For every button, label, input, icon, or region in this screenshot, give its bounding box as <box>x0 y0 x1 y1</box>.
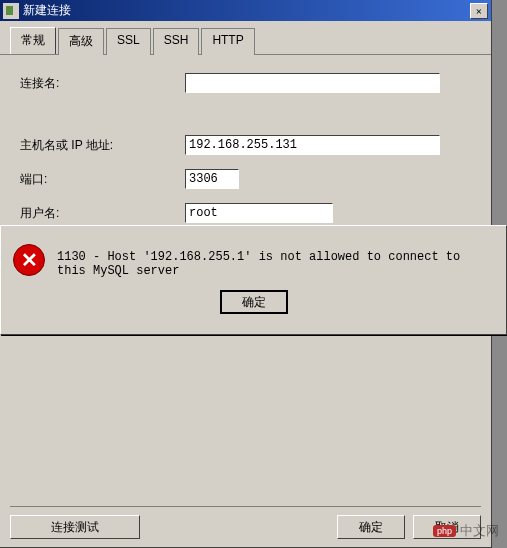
tab-advanced[interactable]: 高级 <box>58 28 104 55</box>
host-label: 主机名或 IP 地址: <box>20 137 185 154</box>
tab-ssl[interactable]: SSL <box>106 28 151 55</box>
tab-ssh[interactable]: SSH <box>153 28 200 55</box>
error-ok-button[interactable]: 确定 <box>220 290 288 314</box>
error-dialog: ✕ 1130 - Host '192.168.255.1' is not all… <box>0 225 507 335</box>
port-label: 端口: <box>20 171 185 188</box>
test-connection-button[interactable]: 连接测试 <box>10 515 140 539</box>
tabs-container: 常规 高级 SSL SSH HTTP <box>0 21 491 55</box>
x-icon: ✕ <box>21 250 38 270</box>
close-button[interactable]: × <box>470 3 488 19</box>
user-label: 用户名: <box>20 205 185 222</box>
tab-general[interactable]: 常规 <box>10 27 56 54</box>
window-title: 新建连接 <box>23 2 470 19</box>
cancel-button[interactable]: 取消 <box>413 515 481 539</box>
connection-name-input[interactable] <box>185 73 440 93</box>
title-bar: 新建连接 × <box>0 0 491 21</box>
host-input[interactable] <box>185 135 440 155</box>
bottom-action-bar: 连接测试 确定 取消 <box>10 506 481 539</box>
app-icon <box>3 3 19 19</box>
ok-button[interactable]: 确定 <box>337 515 405 539</box>
user-input[interactable] <box>185 203 333 223</box>
tab-http[interactable]: HTTP <box>201 28 254 55</box>
port-input[interactable] <box>185 169 239 189</box>
error-icon: ✕ <box>13 244 45 276</box>
connection-name-label: 连接名: <box>20 75 185 92</box>
error-message: 1130 - Host '192.168.255.1' is not allow… <box>57 244 494 278</box>
